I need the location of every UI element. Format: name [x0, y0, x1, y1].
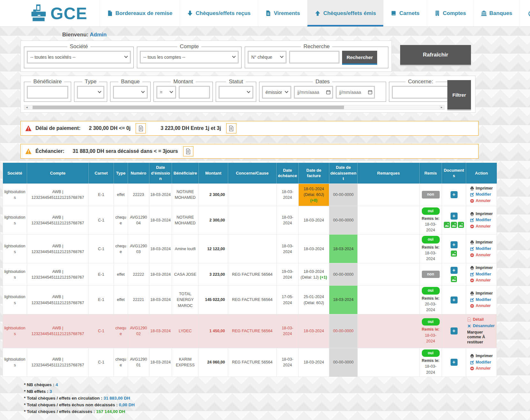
- action-annuler[interactable]: Annuler: [470, 253, 491, 258]
- nav-item-virements[interactable]: Virements: [258, 0, 307, 26]
- alert-report-button[interactable]: [183, 146, 193, 156]
- current-user-link[interactable]: Admin: [90, 32, 107, 38]
- statut-select[interactable]: [219, 86, 253, 99]
- logout-button[interactable]: [519, 0, 530, 26]
- date-to-wrap: [336, 86, 375, 99]
- cell-numero: AVG129001: [128, 348, 149, 377]
- cell-remarques: [358, 286, 420, 314]
- add-document-button[interactable]: +: [451, 327, 458, 334]
- action-imprimer[interactable]: Imprimer: [470, 291, 493, 296]
- cell-documents: +: [442, 314, 466, 348]
- nav-item-label: Carnets: [399, 10, 419, 17]
- nav-item-cheques-effets-recus[interactable]: Chèques/effets reçus: [180, 0, 258, 26]
- add-document-button[interactable]: +: [451, 267, 458, 274]
- action-imprimer[interactable]: Imprimer: [470, 240, 493, 245]
- cell-date-decaissement: 00-00-0000: [329, 348, 358, 377]
- add-document-button[interactable]: +: [451, 213, 458, 220]
- search-type-select[interactable]: N° chèque: [248, 51, 287, 64]
- action-annuler[interactable]: Annuler: [470, 224, 491, 229]
- add-document-button[interactable]: +: [451, 241, 458, 248]
- action-detail[interactable]: Détail: [467, 317, 484, 322]
- compte-select[interactable]: -- tous les comptes --: [140, 51, 239, 64]
- x-icon: [467, 324, 471, 328]
- scroll-left-arrow[interactable]: ◄: [24, 105, 29, 109]
- nav-item-bordereaux-de-remise[interactable]: Bordereaux de remise: [100, 0, 180, 26]
- cell-documents: +: [442, 286, 466, 314]
- remis-label: Remis le:: [421, 296, 441, 301]
- search-input[interactable]: [289, 51, 340, 64]
- type-select[interactable]: [77, 86, 104, 99]
- welcome-line: Bienvenu: Admin: [62, 32, 530, 38]
- type-select-wrap: [77, 86, 104, 99]
- rafraichir-button[interactable]: Rafraîchir: [400, 45, 471, 66]
- cell-carnet: C-1: [89, 348, 114, 377]
- cell-compte: AWB |123234454511121215768767: [27, 206, 89, 235]
- table-row: lightsolutionsAWB |123234454511121215768…: [3, 348, 497, 377]
- nav-item-carnets[interactable]: Carnets: [383, 0, 427, 26]
- app-logo[interactable]: GCE: [0, 0, 100, 26]
- cell-documents: +: [442, 206, 466, 235]
- cell-date-decaissement: 18-03-2024: [329, 286, 358, 314]
- concerne-input[interactable]: [392, 86, 449, 99]
- scrollbar-track[interactable]: [29, 105, 439, 109]
- action-modifier[interactable]: Modifier: [470, 297, 491, 303]
- scroll-right-arrow[interactable]: ►: [439, 105, 444, 109]
- montant-operator-select[interactable]: =: [156, 86, 176, 99]
- cell-societe: lightsolutions: [3, 263, 27, 286]
- action-imprimer[interactable]: Imprimer: [470, 266, 493, 271]
- nav-item-label: Virements: [274, 10, 300, 17]
- scrollbar-thumb[interactable]: [33, 106, 344, 109]
- beneficiaire-input[interactable]: [27, 86, 68, 99]
- cell-concerne: REG FACTURE 56564: [228, 263, 277, 286]
- nav-item-cheques-effets-emis[interactable]: Chèques/effets émis: [307, 0, 383, 26]
- rechercher-button[interactable]: Rechercher: [342, 51, 377, 65]
- image-document-icon[interactable]: [444, 222, 450, 228]
- action-modifier[interactable]: Modifier: [470, 246, 491, 251]
- societe-select[interactable]: -- toutes les sociétés --: [27, 51, 131, 64]
- action-label: Modifier: [476, 297, 491, 303]
- remis-badge: oui: [422, 349, 440, 357]
- action-modifier[interactable]: Modifier: [470, 218, 491, 223]
- filtrer-button[interactable]: Filtrer: [447, 80, 471, 111]
- table-row: lightsolutionsAWB |123234454511121215768…: [3, 235, 497, 263]
- action-marquer-comme-a-restituer[interactable]: Marquer comme À restituer: [467, 330, 496, 345]
- column-header-societe: Société: [3, 163, 27, 184]
- cell-societe: lightsolutions: [3, 206, 27, 235]
- action-annuler[interactable]: Annuler: [470, 278, 491, 283]
- montant-input[interactable]: [179, 86, 210, 99]
- action-annuler[interactable]: Annuler: [470, 366, 491, 371]
- column-header-remis: Remis: [420, 163, 442, 184]
- cell-documents: +: [442, 348, 466, 377]
- nav-item-comptes[interactable]: Comptes: [427, 0, 474, 26]
- image-document-icon[interactable]: [458, 222, 464, 228]
- action-imprimer[interactable]: Imprimer: [470, 186, 493, 191]
- action-modifier[interactable]: Modifier: [470, 192, 491, 197]
- date-mode-select[interactable]: émission: [262, 86, 291, 99]
- action-annuler[interactable]: Annuler: [470, 304, 491, 309]
- action-modifier[interactable]: Modifier: [470, 360, 491, 365]
- montant-fieldset: Montant =: [153, 79, 213, 102]
- action-imprimer[interactable]: Imprimer: [470, 354, 493, 359]
- remis-badge: oui: [422, 207, 440, 215]
- alert-report-button[interactable]: [136, 123, 146, 133]
- calendar-icon: [368, 90, 372, 94]
- cell-action: DétailDésannulerMarquer comme À restitue…: [466, 314, 497, 348]
- cell-beneficiaire: Amine loutfi: [172, 235, 199, 263]
- image-document-icon[interactable]: [451, 276, 457, 282]
- horizontal-scrollbar[interactable]: ◄ ►: [24, 105, 444, 110]
- action-desannuler[interactable]: Désannuler: [467, 324, 495, 329]
- cell-date-emission: 18-03-2024: [149, 206, 172, 235]
- action-modifier[interactable]: Modifier: [470, 272, 491, 277]
- add-document-button[interactable]: +: [451, 191, 458, 198]
- action-annuler[interactable]: Annuler: [470, 199, 491, 204]
- alert-report-button[interactable]: [226, 123, 236, 133]
- image-document-icon[interactable]: [451, 251, 457, 257]
- action-imprimer[interactable]: Imprimer: [470, 212, 493, 217]
- add-document-button[interactable]: +: [451, 359, 458, 366]
- image-document-icon[interactable]: [451, 222, 457, 228]
- compte-legend: Compte: [177, 43, 202, 50]
- doc-icon: [185, 149, 191, 154]
- nav-item-banques[interactable]: Banques: [474, 0, 520, 26]
- banque-select[interactable]: [113, 86, 148, 99]
- add-document-button[interactable]: +: [451, 296, 458, 304]
